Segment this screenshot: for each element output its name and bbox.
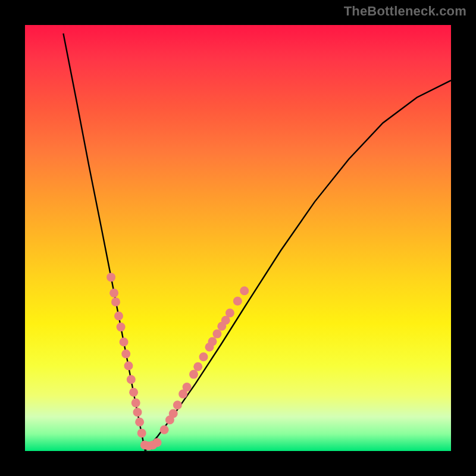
data-point — [160, 425, 169, 434]
data-point — [120, 337, 129, 346]
data-point — [189, 370, 198, 379]
chart-plot-area — [25, 25, 451, 451]
data-point — [240, 286, 249, 295]
data-point — [183, 383, 192, 392]
data-point — [133, 408, 142, 416]
chart-svg — [25, 25, 451, 451]
data-point — [114, 312, 123, 321]
data-points-group — [107, 273, 249, 450]
data-point — [111, 298, 120, 306]
data-point — [173, 400, 182, 409]
data-point — [193, 362, 202, 371]
data-point — [226, 309, 234, 318]
bottleneck-curve — [63, 33, 451, 451]
data-point — [208, 337, 217, 346]
data-point — [212, 330, 221, 339]
data-point — [109, 289, 118, 298]
data-point — [124, 361, 133, 370]
data-point — [153, 438, 162, 447]
data-point — [129, 388, 138, 397]
data-point — [131, 399, 140, 408]
watermark-text: TheBottleneck.com — [344, 4, 466, 19]
data-point — [199, 352, 208, 361]
data-point — [135, 418, 144, 427]
data-point — [127, 375, 136, 384]
data-point — [169, 409, 178, 418]
data-point — [117, 322, 126, 331]
data-point — [137, 428, 146, 437]
data-point — [121, 349, 130, 358]
data-point — [233, 297, 242, 306]
data-point — [107, 273, 115, 281]
